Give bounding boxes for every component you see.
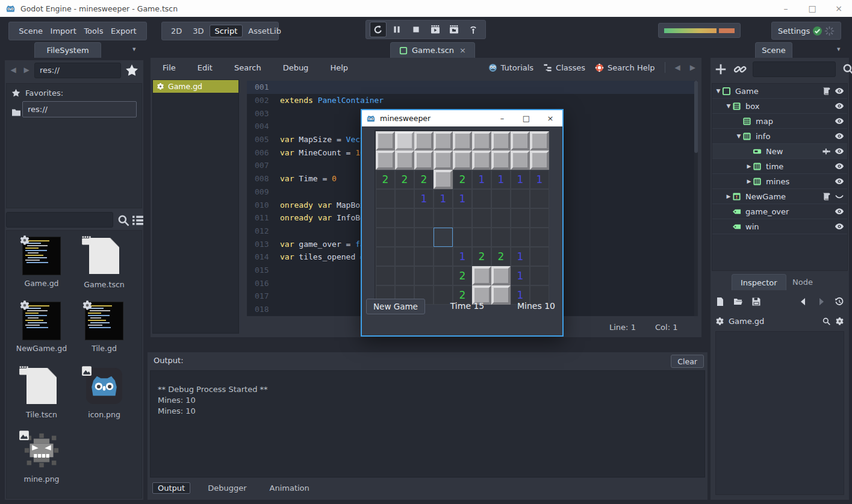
tree-collapse-arrow-icon[interactable]: ▼ — [735, 133, 742, 139]
left-dock-menu-arrow-icon[interactable]: ▾ — [132, 45, 136, 53]
mode-tab-script[interactable]: Script — [210, 25, 243, 37]
close-tab-icon[interactable]: × — [459, 46, 466, 55]
cell-number-1[interactable]: 1 — [511, 266, 530, 285]
cell-unopened-tile[interactable] — [376, 151, 395, 170]
script-menu-file[interactable]: File — [159, 62, 179, 73]
menu-tools[interactable]: Tools — [80, 25, 107, 37]
cell-opened-blank[interactable] — [511, 208, 530, 228]
mode-tab-2d[interactable]: 2D — [166, 25, 187, 37]
minimize-button[interactable]: – — [773, 0, 799, 17]
cell-opened-blank[interactable] — [376, 266, 395, 285]
cell-opened-blank[interactable] — [395, 208, 414, 228]
close-button[interactable]: × — [826, 0, 852, 17]
cell-number-1[interactable]: 1 — [472, 170, 491, 189]
cell-unopened-tile[interactable] — [472, 266, 491, 285]
cell-unopened-tile[interactable] — [434, 170, 453, 189]
cell-opened-blank[interactable] — [530, 266, 549, 285]
visibility-eye-icon[interactable] — [835, 116, 844, 126]
cell-opened-blank[interactable] — [395, 266, 414, 285]
current-path-field[interactable]: res:// — [34, 63, 121, 78]
script-forward-icon[interactable]: ▶ — [690, 63, 695, 72]
cell-opened-blank[interactable] — [472, 208, 491, 228]
script-menu-help[interactable]: Help — [326, 62, 352, 73]
cell-opened-blank[interactable] — [453, 208, 472, 228]
visibility-eye-icon[interactable] — [835, 146, 844, 156]
add-node-icon[interactable] — [714, 63, 727, 76]
cell-number-1[interactable]: 1 — [511, 170, 530, 189]
cell-unopened-tile[interactable] — [511, 131, 530, 151]
cell-unopened-tile[interactable] — [472, 151, 491, 170]
cell-unopened-tile[interactable] — [376, 131, 395, 151]
tree-node-new[interactable]: New — [712, 144, 847, 159]
tree-node-game_over[interactable]: game_over — [712, 204, 847, 219]
remote-deploy-button[interactable] — [465, 22, 482, 37]
tree-node-newgame[interactable]: ▶NewGame — [712, 189, 847, 204]
cell-opened-blank[interactable] — [414, 266, 434, 285]
cell-opened-blank[interactable] — [530, 189, 549, 208]
cell-opened-blank[interactable] — [434, 208, 453, 228]
menu-export[interactable]: Export — [107, 25, 140, 37]
script-menu-edit[interactable]: Edit — [194, 62, 216, 73]
script-icon[interactable] — [822, 87, 831, 96]
open-script-game-gd[interactable]: Game.gd — [153, 80, 238, 93]
visibility-eye-icon[interactable] — [835, 161, 844, 171]
cell-number-2[interactable]: 2 — [376, 170, 395, 189]
cell-unopened-tile[interactable] — [530, 151, 549, 170]
code-scrollbar[interactable] — [694, 81, 698, 316]
script-back-icon[interactable]: ◀ — [675, 63, 680, 72]
pause-button[interactable] — [388, 22, 405, 37]
play-scene-button[interactable] — [427, 22, 444, 37]
visibility-eye-icon[interactable] — [835, 86, 844, 96]
cell-opened-blank[interactable] — [472, 189, 491, 208]
bottom-tab-animation[interactable]: Animation — [264, 482, 315, 494]
save-resource-icon[interactable] — [751, 297, 761, 306]
menu-scene[interactable]: Scene — [15, 25, 46, 37]
cell-opened-blank[interactable] — [491, 189, 511, 208]
cell-unopened-tile[interactable] — [453, 131, 472, 151]
cell-unopened-tile[interactable] — [453, 151, 472, 170]
cell-focused[interactable] — [434, 228, 453, 247]
search-icon[interactable] — [822, 317, 831, 326]
file-item-game-tscn[interactable]: Game.tscn — [74, 237, 134, 289]
minesweeper-close-button[interactable]: × — [538, 110, 562, 126]
cell-opened-blank[interactable] — [472, 228, 491, 247]
file-item-game-gd[interactable]: Game.gd — [11, 237, 72, 288]
cell-opened-blank[interactable] — [376, 228, 395, 247]
script-menu-debug[interactable]: Debug — [279, 62, 313, 73]
minesweeper-maximize-button[interactable]: □ — [514, 110, 538, 126]
cell-number-1[interactable]: 1 — [453, 189, 472, 208]
tab-node[interactable]: Node — [784, 274, 821, 290]
tree-node-win[interactable]: win — [712, 219, 847, 234]
cell-unopened-tile[interactable] — [434, 131, 453, 151]
minesweeper-titlebar[interactable]: minesweeper –□× — [362, 110, 562, 126]
scene-filter-input[interactable] — [753, 61, 836, 77]
cell-opened-blank[interactable] — [511, 228, 530, 247]
tree-collapse-arrow-icon[interactable]: ▼ — [715, 88, 722, 94]
cell-opened-blank[interactable] — [395, 247, 414, 266]
tree-node-map[interactable]: map — [712, 114, 847, 129]
cell-opened-blank[interactable] — [414, 208, 434, 228]
tree-node-box[interactable]: ▼box — [712, 99, 847, 114]
cell-unopened-tile[interactable] — [491, 266, 511, 285]
cell-unopened-tile[interactable] — [530, 131, 549, 151]
cell-unopened-tile[interactable] — [414, 131, 434, 151]
cell-number-1[interactable]: 1 — [434, 189, 453, 208]
cell-opened-blank[interactable] — [414, 247, 434, 266]
cell-number-2[interactable]: 2 — [453, 170, 472, 189]
visibility-eye-icon[interactable] — [835, 207, 844, 216]
search-icon[interactable] — [842, 63, 852, 76]
search-icon[interactable] — [117, 214, 130, 227]
cell-unopened-tile[interactable] — [434, 151, 453, 170]
tab-inspector[interactable]: Inspector — [732, 274, 786, 290]
tab-filesystem[interactable]: FileSystem — [34, 42, 101, 58]
file-item-icon-png[interactable]: icon.png — [74, 367, 134, 419]
file-item-mine-png[interactable]: mine.png — [11, 431, 72, 484]
maximize-button[interactable]: □ — [799, 0, 826, 17]
cell-number-1[interactable]: 1 — [511, 247, 530, 266]
tree-node-info[interactable]: ▼info — [712, 129, 847, 144]
forward-icon[interactable] — [816, 297, 826, 306]
play-custom-scene-button[interactable] — [446, 22, 462, 37]
cell-opened-blank[interactable] — [376, 247, 395, 266]
cell-number-2[interactable]: 2 — [414, 170, 434, 189]
list-view-icon[interactable] — [131, 214, 145, 227]
